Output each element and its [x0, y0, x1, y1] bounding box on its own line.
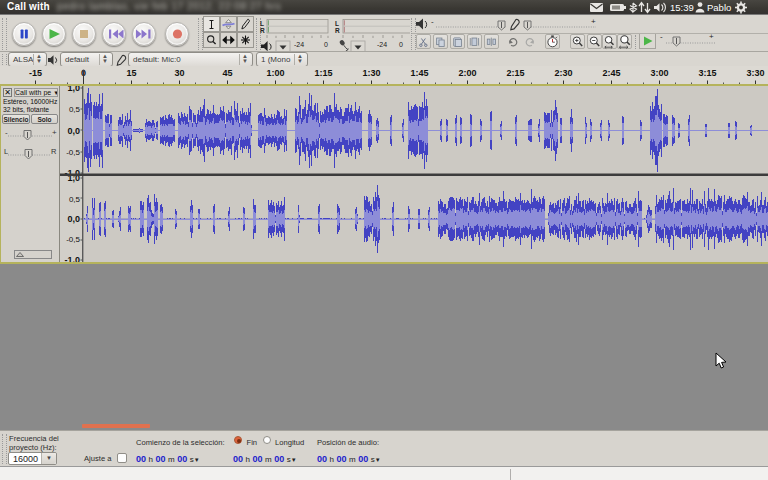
- svg-text:15: 15: [126, 68, 136, 78]
- svg-text:3:30: 3:30: [746, 68, 764, 78]
- svg-text:2:15: 2:15: [506, 68, 524, 78]
- svg-text:3:00: 3:00: [650, 68, 668, 78]
- svg-text:-24: -24: [294, 41, 304, 48]
- svg-text:2:00: 2:00: [458, 68, 476, 78]
- svg-text:3:15: 3:15: [698, 68, 716, 78]
- svg-text:45: 45: [222, 68, 232, 78]
- svg-text:2:30: 2:30: [554, 68, 572, 78]
- svg-text:0,5: 0,5: [69, 105, 81, 114]
- svg-text:R: R: [335, 27, 340, 34]
- svg-text:+: +: [52, 128, 57, 137]
- svg-text:2:45: 2:45: [602, 68, 620, 78]
- svg-text:-0,5: -0,5: [66, 148, 80, 157]
- svg-text:-: -: [660, 33, 663, 41]
- svg-text:0: 0: [324, 41, 328, 48]
- svg-text:-: -: [431, 17, 434, 26]
- svg-text:0,5: 0,5: [69, 195, 81, 204]
- svg-text:-15: -15: [29, 68, 42, 78]
- svg-text:R: R: [51, 147, 57, 156]
- svg-text:-0,5: -0,5: [66, 235, 80, 244]
- svg-text:1:30: 1:30: [362, 68, 380, 78]
- svg-text:1:00: 1:00: [266, 68, 284, 78]
- svg-text:-24: -24: [377, 41, 387, 48]
- svg-text:+: +: [591, 17, 596, 26]
- svg-text:1:15: 1:15: [314, 68, 332, 78]
- svg-text:0: 0: [399, 41, 403, 48]
- svg-text:-: -: [5, 128, 8, 137]
- svg-text:R: R: [260, 27, 265, 34]
- svg-text:30: 30: [174, 68, 184, 78]
- svg-text:0,0: 0,0: [67, 126, 80, 136]
- svg-text:L: L: [335, 20, 339, 27]
- svg-text:L: L: [4, 147, 8, 156]
- svg-text:0,0: 0,0: [67, 214, 80, 224]
- svg-text:+: +: [709, 33, 714, 41]
- svg-text:L: L: [260, 20, 264, 27]
- svg-text:1,0: 1,0: [67, 86, 80, 93]
- svg-text:1:45: 1:45: [410, 68, 428, 78]
